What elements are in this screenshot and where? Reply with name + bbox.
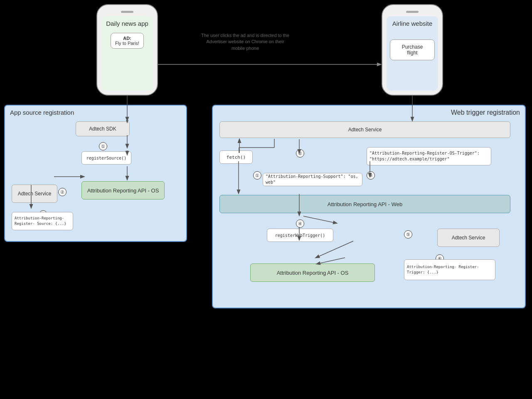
- diagram-area: Daily news app AD: Fly to Paris! Airline…: [0, 0, 532, 399]
- step2-left: ②: [58, 188, 66, 196]
- register-source-box: registerSource(): [81, 151, 131, 165]
- step5-right: ⑤: [404, 230, 412, 239]
- attr-api-web-box: Attribution Reporting API - Web: [219, 195, 510, 213]
- attr-support-box: "Attribution-Reporting-Support": "os, we…: [263, 173, 362, 186]
- left-phone: Daily news app AD: Fly to Paris!: [96, 4, 158, 96]
- register-web-trigger-box: registerWebTrigger(): [267, 229, 333, 242]
- right-phone-screen: Airline website Purchase flight: [387, 16, 438, 91]
- ad-label: AD:: [115, 36, 139, 41]
- phone-speaker-left: [121, 11, 133, 13]
- purchase-flight-box: Purchase flight: [390, 39, 435, 60]
- ad-text: Fly to Paris!: [115, 41, 139, 46]
- web-trigger-label: Web trigger registration: [451, 109, 520, 116]
- right-phone-title: Airline website: [392, 20, 433, 28]
- web-trigger-panel: Web trigger registration Adtech Service …: [212, 105, 526, 308]
- step3-right: ③: [367, 171, 375, 180]
- adtech-service-left-box: Adtech Service: [12, 185, 57, 203]
- attr-register-trigger-box: Attribution-Reporting- Register-Trigger:…: [404, 259, 495, 280]
- left-phone-ad: AD: Fly to Paris!: [111, 33, 144, 49]
- phone-speaker-right: [406, 11, 419, 13]
- attr-api-os-right-box: Attribution Reporting API - OS: [250, 264, 375, 282]
- arrow-description: The user clicks the ad and is directed t…: [200, 32, 291, 52]
- left-phone-screen: Daily news app AD: Fly to Paris!: [101, 16, 153, 91]
- left-phone-title: Daily news app: [106, 20, 148, 28]
- app-source-label: App source registration: [10, 109, 74, 116]
- fetch-box: fetch(): [219, 150, 253, 164]
- adtech-service-bottom-box: Adtech Service: [437, 229, 500, 247]
- attr-register-source-box: Attribution-Reporting-Register- Source: …: [12, 212, 73, 230]
- adtech-sdk-box: Adtech SDK: [76, 121, 130, 136]
- adtech-service-top-box: Adtech Service: [219, 121, 510, 138]
- step4-right: ④: [296, 219, 304, 228]
- attr-api-os-left-box: Attribution Reporting API - OS: [81, 181, 165, 200]
- step2-right: ②: [296, 149, 304, 158]
- step1-right: ①: [253, 171, 261, 180]
- right-phone: Airline website Purchase flight: [382, 4, 443, 96]
- app-source-panel: App source registration Adtech SDK ① reg…: [4, 105, 187, 242]
- purchase-flight-label: Purchase flight: [402, 44, 423, 56]
- step1-left: ①: [99, 142, 107, 150]
- attr-os-trigger-box: "Attribution-Reporting-Register-OS-Trigg…: [367, 147, 491, 165]
